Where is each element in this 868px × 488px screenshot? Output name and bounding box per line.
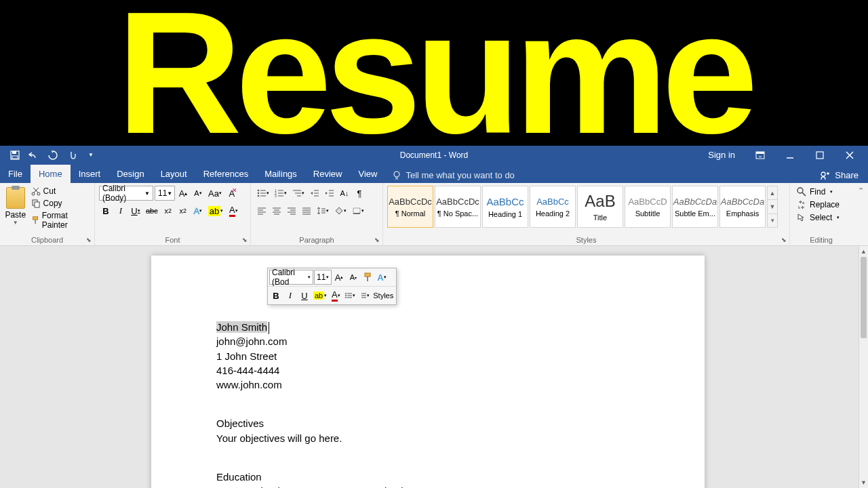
strikethrough-button[interactable]: abc — [144, 203, 160, 218]
scroll-thumb[interactable] — [861, 257, 867, 338]
mini-font-name[interactable]: Calibri (Bod▾ — [269, 270, 313, 285]
multilevel-button[interactable]: ▾ — [290, 186, 307, 201]
align-left-button[interactable] — [255, 203, 269, 218]
styles-up[interactable]: ▲ — [768, 186, 777, 200]
font-size-combo[interactable]: 11▼ — [155, 186, 175, 201]
paste-button[interactable]: Paste ▼ — [4, 184, 27, 230]
style-title[interactable]: AaBTitle — [577, 186, 623, 228]
clipboard-launcher[interactable]: ⬊ — [85, 236, 93, 244]
tab-insert[interactable]: Insert — [71, 165, 109, 183]
mini-styles[interactable]: A▾ — [375, 270, 389, 285]
minimize-button[interactable] — [776, 146, 804, 164]
style-no-spacing[interactable]: AaBbCcDc¶ No Spac... — [435, 186, 481, 228]
mini-font-color[interactable]: A▾ — [329, 288, 342, 303]
format-painter-button[interactable]: Format Painter — [30, 210, 90, 230]
style-subtitle[interactable]: AaBbCcDSubtitle — [625, 186, 671, 228]
doc-objectives-text[interactable]: Your objectives will go here. — [216, 432, 639, 445]
style-heading-2[interactable]: AaBbCcHeading 2 — [530, 186, 576, 228]
doc-phone[interactable]: 416-444-4444 — [216, 364, 639, 378]
doc-blank[interactable] — [216, 446, 639, 458]
copy-button[interactable]: Copy — [30, 198, 90, 209]
underline-button[interactable]: U▾ — [129, 203, 142, 218]
doc-name[interactable]: John Smith — [216, 321, 639, 334]
mini-grow-font[interactable]: A▴ — [332, 270, 346, 285]
doc-education-heading[interactable]: Education — [216, 470, 639, 484]
tab-review[interactable]: Review — [305, 165, 351, 183]
decrease-indent-button[interactable] — [308, 186, 321, 201]
clear-formatting-button[interactable]: A✕ — [225, 186, 239, 201]
tab-file[interactable]: File — [0, 165, 31, 183]
style-subtle-emphasis[interactable]: AaBbCcDaSubtle Em... — [672, 186, 718, 228]
document-area[interactable]: John Smith john@john.com 1 John Street 4… — [0, 246, 859, 488]
tab-references[interactable]: References — [195, 165, 256, 183]
find-button[interactable]: Find▾ — [794, 186, 842, 198]
doc-address[interactable]: 1 John Street — [216, 350, 639, 363]
paragraph-launcher[interactable]: ⬊ — [373, 236, 381, 244]
mini-numbering[interactable]: ▾ — [357, 288, 371, 303]
font-launcher[interactable]: ⬊ — [241, 236, 249, 244]
mini-bold[interactable]: B — [269, 288, 283, 303]
line-spacing-button[interactable]: ▾ — [315, 203, 331, 218]
increase-indent-button[interactable] — [323, 186, 336, 201]
cut-button[interactable]: Cut — [30, 186, 90, 197]
doc-objectives-heading[interactable]: Objectives — [216, 417, 639, 430]
maximize-button[interactable] — [806, 146, 834, 164]
tab-view[interactable]: View — [350, 165, 385, 183]
close-button[interactable] — [835, 146, 864, 164]
mini-font-size[interactable]: 11▾ — [314, 270, 332, 285]
save-button[interactable] — [7, 147, 23, 163]
font-name-combo[interactable]: Calibri (Body)▼ — [99, 186, 153, 201]
show-hide-button[interactable]: ¶ — [353, 186, 366, 201]
shrink-font-button[interactable]: A▾ — [191, 186, 205, 201]
styles-down[interactable]: ▼ — [768, 200, 777, 214]
mini-italic[interactable]: I — [283, 288, 297, 303]
qat-customize[interactable]: ▼ — [83, 147, 99, 163]
styles-launcher[interactable]: ⬊ — [780, 236, 788, 244]
undo-button[interactable] — [26, 147, 42, 163]
grow-font-button[interactable]: A▴ — [176, 186, 190, 201]
borders-button[interactable]: ▾ — [350, 203, 366, 218]
style-emphasis[interactable]: AaBbCcDaEmphasis — [719, 186, 766, 228]
select-button[interactable]: Select▾ — [794, 211, 842, 224]
share-button[interactable]: Share — [810, 167, 868, 183]
bold-button[interactable]: B — [99, 203, 113, 218]
style-heading-1[interactable]: AaBbCcHeading 1 — [482, 186, 528, 228]
tell-me-search[interactable]: Tell me what you want to do — [385, 167, 521, 183]
doc-education-bullet[interactable]: School name – Degree – Graduation Date — [216, 485, 639, 488]
numbering-button[interactable]: 123▾ — [273, 186, 289, 201]
redo-button[interactable] — [45, 147, 61, 163]
sort-button[interactable]: A↓ — [338, 186, 351, 201]
mini-format-painter[interactable] — [361, 270, 374, 285]
doc-blank[interactable] — [216, 392, 639, 405]
superscript-button[interactable]: x2 — [176, 203, 190, 218]
tab-layout[interactable]: Layout — [153, 165, 195, 183]
doc-web[interactable]: www.john.com — [216, 378, 639, 392]
mini-shrink-font[interactable]: A▾ — [347, 270, 360, 285]
touch-mode-button[interactable] — [64, 147, 80, 163]
highlight-button[interactable]: ab▾ — [206, 203, 225, 218]
subscript-button[interactable]: x2 — [161, 203, 175, 218]
doc-email[interactable]: john@john.com — [216, 335, 639, 348]
scroll-down-button[interactable]: ▼ — [859, 477, 868, 488]
mini-highlight[interactable]: ab▾ — [312, 288, 328, 303]
bullets-button[interactable]: ▾ — [255, 186, 271, 201]
vertical-scrollbar[interactable]: ▲ ▼ — [859, 246, 868, 488]
tab-mailings[interactable]: Mailings — [256, 165, 305, 183]
ribbon-options-button[interactable] — [746, 146, 774, 164]
justify-button[interactable] — [300, 203, 313, 218]
style-normal[interactable]: AaBbCcDc¶ Normal — [387, 186, 433, 228]
text-effects-button[interactable]: A▾ — [191, 203, 205, 218]
tab-home[interactable]: Home — [31, 165, 71, 183]
mini-bullets[interactable]: ▾ — [343, 288, 357, 303]
collapse-ribbon-button[interactable]: ⌃ — [854, 184, 867, 197]
change-case-button[interactable]: Aa▾ — [206, 186, 224, 201]
shading-button[interactable]: ▾ — [332, 203, 349, 218]
scroll-up-button[interactable]: ▲ — [859, 246, 868, 257]
mini-styles-label[interactable]: Styles — [372, 288, 395, 303]
tab-design[interactable]: Design — [108, 165, 152, 183]
align-right-button[interactable] — [285, 203, 298, 218]
styles-more[interactable]: ▾ — [768, 214, 777, 227]
italic-button[interactable]: I — [114, 203, 127, 218]
replace-button[interactable]: abReplace — [794, 199, 842, 211]
align-center-button[interactable] — [270, 203, 283, 218]
